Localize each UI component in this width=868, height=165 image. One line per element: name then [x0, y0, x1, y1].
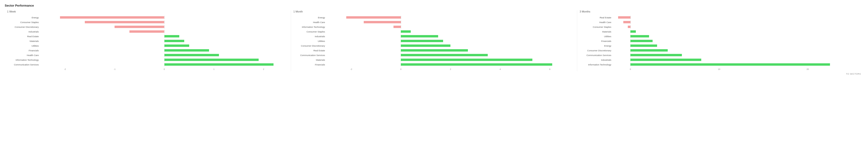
bar-label: Real Estate	[7, 35, 40, 38]
bar-container	[40, 49, 288, 52]
bar-label: Consumer Discretionary	[293, 44, 327, 47]
bar-label: Health Care	[580, 21, 613, 24]
chart-area-3months: Real EstateHealth CareConsumer StaplesMa…	[580, 15, 861, 71]
zero-line	[164, 30, 165, 33]
bar	[401, 54, 488, 56]
bar-label: Energy	[7, 16, 40, 19]
axis-tick-label: 6	[549, 68, 550, 70]
bar	[129, 30, 164, 33]
bar-container	[613, 25, 861, 29]
bar	[630, 35, 649, 37]
bar-row: Materials	[293, 58, 575, 62]
zero-line	[630, 16, 631, 19]
zero-line	[630, 25, 631, 29]
bar-row: Information Technology	[7, 58, 288, 62]
bar	[164, 54, 219, 56]
bar-label: Financials	[293, 63, 327, 66]
bar-label: Utilities	[580, 35, 613, 38]
page-container: Sector Performance 1 WeekEnergyConsumer …	[0, 0, 868, 79]
bar-row: Energy	[580, 44, 861, 48]
bar-container	[40, 35, 288, 38]
chart-section-1week: 1 WeekEnergyConsumer StaplesConsumer Dis…	[5, 10, 291, 71]
chart-title-3months: 3 Months	[580, 10, 861, 13]
bar-label: Consumer Staples	[293, 30, 327, 33]
bar-row: Consumer Staples	[293, 30, 575, 34]
bar-container	[613, 58, 861, 61]
bar-row: Industrials	[580, 58, 861, 62]
bar-label: Information Technology	[580, 63, 613, 66]
bar-row: Energy	[293, 15, 575, 19]
bar	[630, 44, 657, 47]
bar-label: Materials	[7, 40, 40, 42]
bar	[164, 40, 184, 42]
bar	[401, 35, 438, 37]
bar-row: Real Estate	[293, 48, 575, 52]
axis-tick-label: 4	[500, 68, 501, 70]
bar-label: Consumer Discretionary	[580, 49, 613, 52]
axis-label-container: -2-1012	[40, 68, 288, 71]
bar-row: Consumer Staples	[580, 25, 861, 29]
bar-container	[613, 16, 861, 19]
axis-tick-label: -2	[350, 68, 352, 70]
page-title: Sector Performance	[5, 4, 863, 7]
bar	[630, 63, 830, 66]
bar-container	[327, 25, 575, 29]
bar	[164, 35, 179, 37]
axis-labels: -2-1012	[7, 68, 288, 71]
bar-container	[40, 58, 288, 61]
bar	[164, 63, 274, 66]
bar-label: Health Care	[7, 54, 40, 56]
bar-container	[613, 63, 861, 66]
bar-row: Health Care	[580, 20, 861, 24]
bar-label: Health Care	[293, 21, 327, 24]
bar	[630, 49, 668, 51]
bar-container	[613, 53, 861, 57]
bar-row: Communication Services	[293, 53, 575, 57]
bar-row: Industrials	[293, 34, 575, 38]
bar	[394, 26, 401, 28]
bar	[164, 58, 259, 61]
axis-tick-label: 20	[807, 68, 809, 70]
bar-container	[327, 35, 575, 38]
bar-label: Industrials	[580, 58, 613, 61]
axis-tick-label: 0	[400, 68, 402, 70]
bar-container	[327, 53, 575, 57]
chart-area-1month: EnergyHealth CareInformation TechnologyC…	[293, 15, 575, 71]
bar-row: Utilities	[7, 44, 288, 48]
bar-row: Information Technology	[293, 25, 575, 29]
bar	[628, 26, 630, 28]
bar-label: Utilities	[293, 40, 327, 42]
bar-label: Consumer Discretionary	[7, 26, 40, 28]
bar-container	[327, 39, 575, 43]
bar-label: Industrials	[293, 35, 327, 38]
bar	[630, 30, 636, 33]
bar-label: Industrials	[7, 30, 40, 33]
axis-tick-label: 2	[450, 68, 451, 70]
bar	[164, 49, 209, 51]
bar	[401, 40, 443, 42]
bar-label: Information Technology	[293, 26, 327, 28]
axis-tick-label: 0	[164, 68, 165, 70]
bar-container	[40, 25, 288, 29]
bar-row: Financials	[293, 63, 575, 67]
bar	[85, 21, 164, 23]
axis-tick-label: 2	[263, 68, 264, 70]
bar-label: Materials	[293, 58, 327, 61]
chart-section-1month: 1 MonthEnergyHealth CareInformation Tech…	[291, 10, 577, 71]
bar	[364, 21, 401, 23]
bar-row: Financials	[580, 39, 861, 43]
bar-label: Energy	[293, 16, 327, 19]
bar-row: Consumer Discretionary	[293, 44, 575, 48]
bar-row: Consumer Discretionary	[580, 48, 861, 52]
bar	[164, 44, 189, 47]
bar	[401, 30, 411, 33]
to-sectors-link[interactable]: TO SECTORS	[5, 73, 863, 75]
bar-row: Health Care	[7, 53, 288, 57]
bar-container	[613, 39, 861, 43]
zero-line	[630, 20, 631, 24]
axis-label-container: 01020	[613, 68, 861, 71]
bar-row: Consumer Staples	[7, 20, 288, 24]
bar-row: Consumer Discretionary	[7, 25, 288, 29]
axis-tick-label: 0	[630, 68, 631, 70]
bar-container	[327, 44, 575, 47]
